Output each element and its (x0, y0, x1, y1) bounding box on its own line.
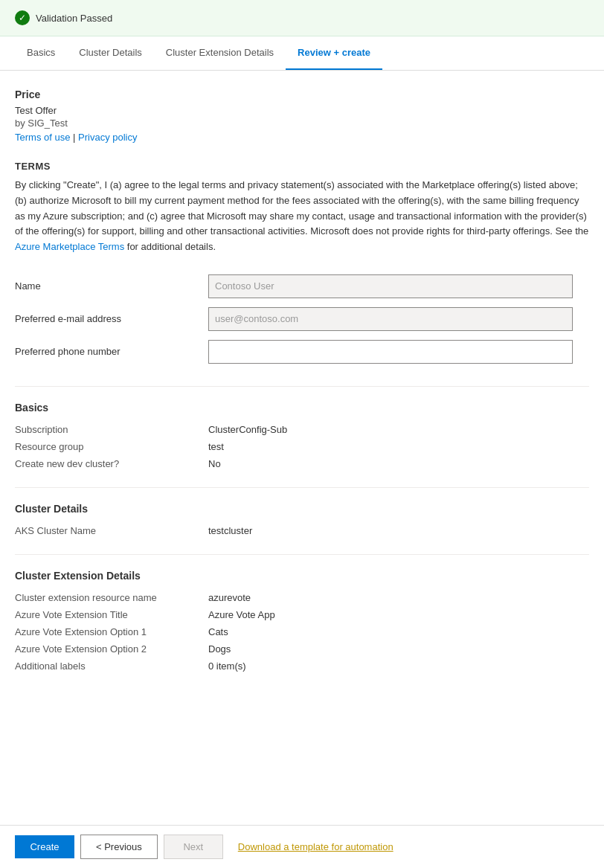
price-label: Price (15, 89, 589, 100)
basics-review-section: Basics Subscription ClusterConfig-Sub Re… (15, 402, 589, 472)
create-dev-cluster-value: No (208, 458, 221, 469)
resource-group-row: Resource group test (15, 438, 589, 455)
footer: Create < Previous Next Download a templa… (0, 825, 604, 868)
tab-cluster-details[interactable]: Cluster Details (67, 36, 154, 70)
terms-section: TERMS By clicking "Create", I (a) agree … (15, 161, 589, 255)
basics-review-title: Basics (15, 402, 589, 414)
aks-cluster-name-row: AKS Cluster Name testcluster (15, 522, 589, 539)
download-template-button[interactable]: Download a template for automation (229, 835, 393, 858)
terms-body: By clicking "Create", I (a) agree to the… (15, 178, 589, 255)
divider-3 (15, 554, 589, 555)
extension-title-value: Azure Vote App (208, 609, 275, 620)
extension-option2-value: Dogs (208, 643, 231, 655)
cluster-details-review-title: Cluster Details (15, 503, 589, 515)
privacy-policy-link[interactable]: Privacy policy (78, 132, 137, 143)
create-button[interactable]: Create (15, 835, 74, 858)
validation-passed-icon: ✓ (15, 10, 30, 25)
email-label: Preferred e-mail address (15, 313, 208, 324)
cluster-details-review-section: Cluster Details AKS Cluster Name testclu… (15, 503, 589, 539)
main-content: Price Test Offer by SIG_Test Terms of us… (0, 71, 604, 764)
extension-resource-name-row: Cluster extension resource name azurevot… (15, 589, 589, 606)
subscription-row: Subscription ClusterConfig-Sub (15, 421, 589, 438)
terms-body-text: By clicking "Create", I (a) agree to the… (15, 179, 588, 237)
additional-labels-value: 0 item(s) (208, 660, 246, 672)
resource-group-key: Resource group (15, 441, 208, 452)
extension-option1-value: Cats (208, 626, 228, 637)
subscription-key: Subscription (15, 424, 208, 435)
azure-marketplace-terms-link[interactable]: Azure Marketplace Terms (15, 241, 124, 252)
phone-row: Preferred phone number (15, 335, 589, 368)
terms-of-use-link[interactable]: Terms of use (15, 132, 70, 143)
extension-option2-key: Azure Vote Extension Option 2 (15, 643, 208, 655)
create-dev-cluster-row: Create new dev cluster? No (15, 455, 589, 472)
extension-title-key: Azure Vote Extension Title (15, 609, 208, 620)
price-section: Price Test Offer by SIG_Test Terms of us… (15, 89, 589, 143)
terms-body-end: for additional details. (124, 241, 216, 252)
offer-by: by SIG_Test (15, 118, 589, 129)
tab-cluster-extension-details[interactable]: Cluster Extension Details (154, 36, 286, 70)
resource-group-value: test (208, 441, 224, 452)
next-button: Next (164, 835, 223, 859)
divider-1 (15, 386, 589, 387)
tabs-container: Basics Cluster Details Cluster Extension… (0, 36, 604, 71)
email-row: Preferred e-mail address (15, 303, 589, 335)
create-dev-cluster-key: Create new dev cluster? (15, 458, 208, 469)
extension-resource-name-key: Cluster extension resource name (15, 592, 208, 603)
offer-name: Test Offer (15, 105, 589, 116)
aks-cluster-name-key: AKS Cluster Name (15, 525, 208, 536)
additional-labels-key: Additional labels (15, 660, 208, 672)
cluster-extension-review-section: Cluster Extension Details Cluster extens… (15, 570, 589, 675)
phone-input[interactable] (208, 340, 573, 364)
extension-option2-row: Azure Vote Extension Option 2 Dogs (15, 640, 589, 658)
previous-button[interactable]: < Previous (80, 835, 158, 859)
validation-text: Validation Passed (36, 13, 112, 24)
email-input[interactable] (208, 307, 573, 331)
tab-review-create[interactable]: Review + create (286, 36, 382, 70)
name-row: Name (15, 270, 589, 303)
terms-heading: TERMS (15, 161, 589, 172)
cluster-extension-review-title: Cluster Extension Details (15, 570, 589, 582)
additional-labels-row: Additional labels 0 item(s) (15, 658, 589, 675)
name-label: Name (15, 280, 208, 292)
aks-cluster-name-value: testcluster (208, 525, 252, 536)
validation-bar: ✓ Validation Passed (0, 0, 604, 36)
extension-title-row: Azure Vote Extension Title Azure Vote Ap… (15, 606, 589, 623)
offer-links: Terms of use | Privacy policy (15, 132, 589, 143)
contact-form: Name Preferred e-mail address Preferred … (15, 270, 589, 368)
extension-resource-name-value: azurevote (208, 592, 251, 603)
tab-basics[interactable]: Basics (15, 36, 67, 70)
divider-2 (15, 487, 589, 488)
extension-option1-key: Azure Vote Extension Option 1 (15, 626, 208, 637)
name-input[interactable] (208, 274, 573, 298)
extension-option1-row: Azure Vote Extension Option 1 Cats (15, 623, 589, 640)
subscription-value: ClusterConfig-Sub (208, 424, 287, 435)
phone-label: Preferred phone number (15, 346, 208, 357)
